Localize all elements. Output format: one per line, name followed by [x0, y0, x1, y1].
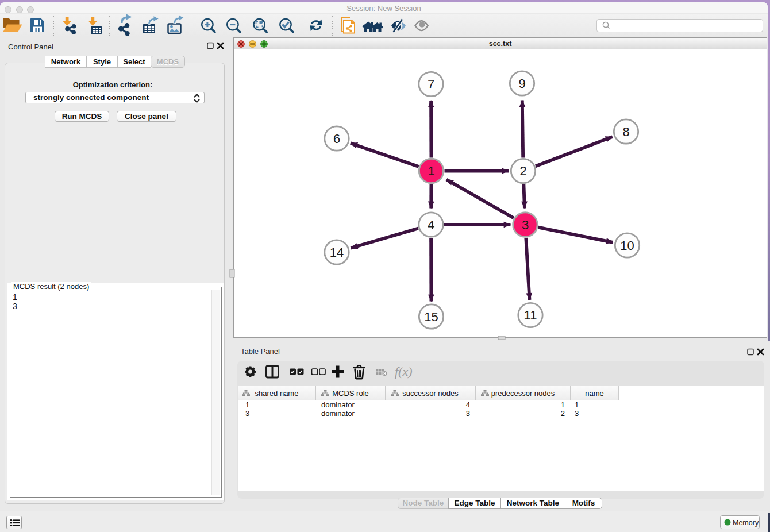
svg-text:f(x): f(x): [395, 364, 413, 379]
svg-text:8: 8: [622, 125, 629, 139]
svg-text:10: 10: [620, 238, 634, 253]
svg-text:7: 7: [428, 77, 434, 91]
svg-text:11: 11: [524, 308, 537, 322]
svg-text:1: 1: [428, 164, 434, 178]
svg-text:4: 4: [428, 218, 434, 232]
svg-text:15: 15: [424, 310, 438, 324]
svg-text:2: 2: [519, 164, 526, 178]
svg-text:Memory: Memory: [733, 519, 759, 527]
svg-text:9: 9: [518, 76, 525, 91]
svg-text:14: 14: [330, 245, 344, 260]
svg-text:3: 3: [522, 218, 529, 232]
svg-text:6: 6: [333, 132, 340, 146]
